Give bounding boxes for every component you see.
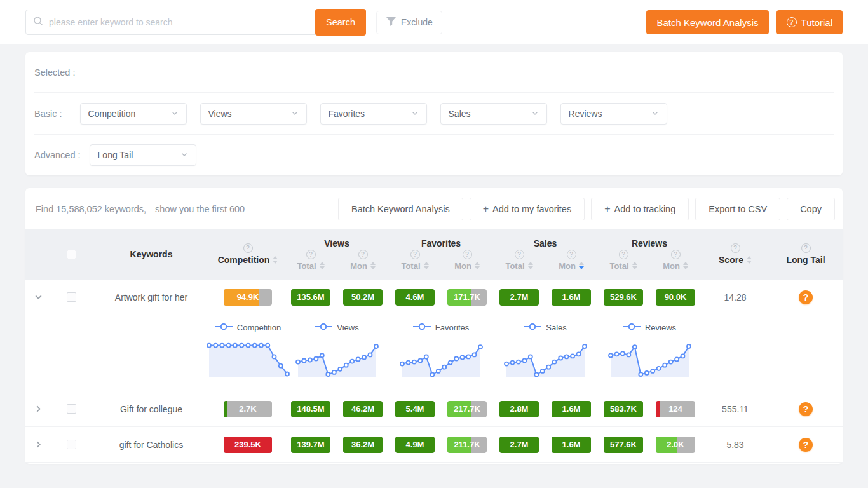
favorites-mon-badge: 217.7K: [447, 401, 487, 417]
results-action-batch-keyword-analysis[interactable]: Batch Keyword Analysis: [338, 198, 463, 220]
header-favorites-total: ?Total: [389, 248, 441, 271]
favorites-total-badge: 5.4M: [395, 401, 435, 417]
reviews-mon-badge: 2.0K: [656, 437, 695, 453]
sort-carets-icon[interactable]: [475, 262, 480, 269]
help-icon[interactable]: ?: [515, 250, 524, 259]
column-label: Total: [297, 261, 316, 271]
filter-select-long-tail[interactable]: Long Tail: [90, 144, 196, 166]
select-value: Reviews: [569, 109, 602, 119]
select-all-checkbox[interactable]: [67, 250, 76, 259]
chevron-down-icon: [531, 109, 539, 119]
search-bar: Search: [25, 9, 366, 36]
keyword-text: gift for Catholics: [119, 440, 183, 450]
reviews-total-badge: 583.7K: [604, 401, 643, 417]
competition-column-header: ? Competition: [211, 243, 285, 265]
chevron-right-icon[interactable]: [35, 405, 42, 412]
legend-marker-icon: [623, 323, 641, 332]
sort-carets-icon[interactable]: [320, 262, 325, 269]
long-tail-help-icon[interactable]: ?: [799, 438, 813, 452]
header-group-reviews: Reviews?Total?Mon: [597, 238, 702, 271]
filter-select-favorites[interactable]: Favorites: [320, 103, 427, 125]
badge-value: 1.6M: [562, 292, 581, 302]
sort-carets-icon[interactable]: [424, 262, 429, 269]
search-button[interactable]: Search: [315, 9, 366, 36]
search-input[interactable]: [25, 10, 318, 35]
sort-carets-icon[interactable]: [579, 262, 584, 269]
badge-value: 217.7K: [454, 404, 480, 414]
chevron-right-icon[interactable]: [35, 441, 42, 448]
favorites-mon-badge: 171.7K: [447, 289, 487, 306]
filter-select-reviews[interactable]: Reviews: [560, 103, 667, 125]
results-panel: Find 15,588,052 keywords,show you the fi…: [25, 188, 843, 464]
badge-value: 46.2M: [351, 404, 374, 414]
sort-carets-icon[interactable]: [528, 262, 533, 269]
views-mon-badge: 46.2M: [343, 401, 383, 417]
column-label: Mon: [350, 261, 367, 271]
tutorial-button[interactable]: ? Tutorial: [776, 10, 843, 34]
table-row: Artwork gift for her94.9K135.6M50.2M4.6M…: [25, 280, 843, 315]
long-tail-column-header: ? Long Tail: [769, 243, 843, 265]
results-action-add-to-tracking[interactable]: +Add to tracking: [591, 198, 689, 220]
chevron-down-icon[interactable]: [35, 294, 42, 301]
sort-carets-icon[interactable]: [683, 262, 688, 269]
header-views-mon: ?Mon: [337, 248, 389, 271]
sort-carets-icon[interactable]: [632, 262, 637, 269]
sort-carets-icon[interactable]: [747, 256, 752, 264]
long-tail-help-icon[interactable]: ?: [799, 290, 813, 304]
views-group-label: Views: [324, 238, 349, 248]
row-checkbox[interactable]: [67, 440, 76, 449]
sales-total-badge: 2.8M: [499, 401, 539, 417]
help-icon[interactable]: ?: [567, 250, 576, 259]
results-action-export-to-csv[interactable]: Export to CSV: [695, 198, 780, 220]
table-body: Artwork gift for her94.9K135.6M50.2M4.6M…: [25, 280, 843, 463]
trend-chart-views: Views: [285, 323, 389, 381]
keyword-text: Artwork gift for her: [115, 292, 187, 302]
help-icon[interactable]: ?: [410, 250, 420, 259]
select-value: Sales: [449, 109, 471, 119]
help-icon[interactable]: ?: [306, 250, 316, 259]
legend-marker-icon: [413, 323, 431, 332]
header-reviews-total: ?Total: [597, 248, 649, 271]
results-summary: Find 15,588,052 keywords,show you the fi…: [36, 204, 245, 214]
filter-select-views[interactable]: Views: [200, 103, 307, 125]
results-action-copy[interactable]: Copy: [787, 198, 835, 220]
filter-select-sales[interactable]: Sales: [440, 103, 547, 125]
filter-select-competition[interactable]: Competition: [80, 103, 187, 125]
row-checkbox[interactable]: [67, 404, 76, 414]
help-icon[interactable]: ?: [358, 250, 368, 259]
column-label: Mon: [663, 261, 680, 271]
badge-value: 135.6M: [297, 292, 324, 302]
sort-carets-icon[interactable]: [273, 256, 278, 264]
score-header-label: Score: [719, 255, 743, 265]
row-checkbox[interactable]: [67, 292, 76, 302]
views-total-badge: 148.5M: [291, 401, 330, 417]
score-column-header: ? Score: [702, 243, 769, 265]
help-icon[interactable]: ?: [801, 243, 811, 253]
legend-label: Reviews: [645, 323, 676, 332]
long-tail-help-icon[interactable]: ?: [799, 402, 813, 416]
favorites-total-badge: 4.6M: [395, 289, 435, 306]
badge-value: 2.7M: [510, 440, 529, 449]
sort-carets-icon[interactable]: [370, 262, 376, 269]
results-shown-text: show you the first 600: [155, 204, 245, 214]
column-label: Mon: [454, 261, 471, 271]
column-label: Mon: [559, 261, 576, 271]
selected-label: Selected :: [34, 67, 76, 78]
batch-keyword-analysis-button[interactable]: Batch Keyword Analysis: [646, 10, 768, 34]
badge-value: 211.7K: [454, 440, 480, 449]
badge-value: 1.6M: [562, 404, 581, 414]
results-action-add-to-my-favorites[interactable]: +Add to my favorites: [470, 198, 585, 220]
help-icon[interactable]: ?: [731, 243, 740, 253]
plus-icon: +: [604, 203, 610, 215]
help-icon[interactable]: ?: [463, 250, 472, 259]
table-row: Gift for collegue2.7K148.5M46.2M5.4M217.…: [25, 391, 843, 427]
badge-value: 2.8M: [510, 404, 529, 414]
exclude-filter-button[interactable]: Exclude: [376, 11, 442, 34]
help-icon[interactable]: ?: [619, 250, 628, 259]
batch-button-label: Batch Keyword Analysis: [656, 17, 758, 28]
question-circle-icon: ?: [787, 17, 797, 27]
sales-total-badge: 2.7M: [499, 437, 539, 453]
badge-value: 1.6M: [562, 440, 581, 449]
help-icon[interactable]: ?: [243, 243, 253, 253]
help-icon[interactable]: ?: [671, 250, 681, 259]
